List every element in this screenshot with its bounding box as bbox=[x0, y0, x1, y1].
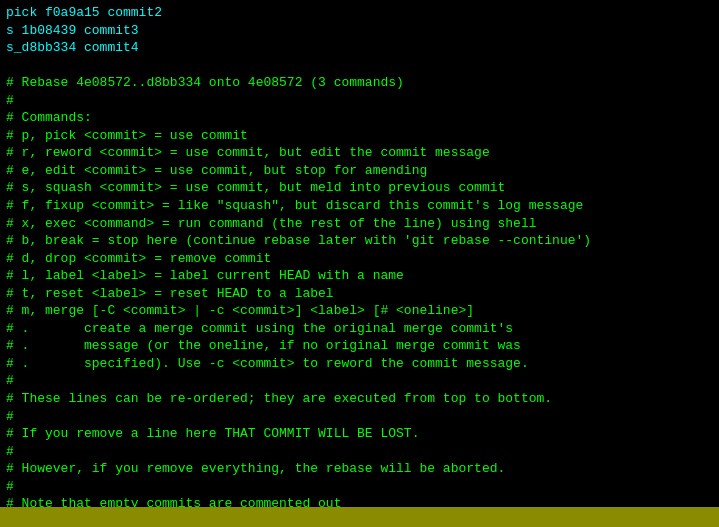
line-21: # . specified). Use -c <commit> to rewor… bbox=[6, 355, 713, 373]
line-19: # . create a merge commit using the orig… bbox=[6, 320, 713, 338]
line-27: # However, if you remove everything, the… bbox=[6, 460, 713, 478]
line-10: # e, edit <commit> = use commit, but sto… bbox=[6, 162, 713, 180]
terminal: pick f0a9a15 commit2 s 1b08439 commit3 s… bbox=[0, 0, 719, 527]
line-12: # f, fixup <commit> = like "squash", but… bbox=[6, 197, 713, 215]
line-3: s_d8bb334 commit4 bbox=[6, 39, 713, 57]
line-7: # Commands: bbox=[6, 109, 713, 127]
line-22: # bbox=[6, 372, 713, 390]
line-28: # bbox=[6, 478, 713, 496]
line-25: # If you remove a line here THAT COMMIT … bbox=[6, 425, 713, 443]
line-9: # r, reword <commit> = use commit, but e… bbox=[6, 144, 713, 162]
line-20: # . message (or the oneline, if no origi… bbox=[6, 337, 713, 355]
line-16: # l, label <label> = label current HEAD … bbox=[6, 267, 713, 285]
status-bar bbox=[0, 507, 719, 527]
line-26: # bbox=[6, 443, 713, 461]
line-14: # b, break = stop here (continue rebase … bbox=[6, 232, 713, 250]
line-11: # s, squash <commit> = use commit, but m… bbox=[6, 179, 713, 197]
line-24: # bbox=[6, 408, 713, 426]
line-17: # t, reset <label> = reset HEAD to a lab… bbox=[6, 285, 713, 303]
line-2: s 1b08439 commit3 bbox=[6, 22, 713, 40]
line-8: # p, pick <commit> = use commit bbox=[6, 127, 713, 145]
line-18: # m, merge [-C <commit> | -c <commit>] <… bbox=[6, 302, 713, 320]
line-1: pick f0a9a15 commit2 bbox=[6, 4, 713, 22]
line-5: # Rebase 4e08572..d8bb334 onto 4e08572 (… bbox=[6, 74, 713, 92]
status-text bbox=[4, 510, 12, 525]
line-13: # x, exec <command> = run command (the r… bbox=[6, 215, 713, 233]
line-4 bbox=[6, 57, 713, 75]
line-6: # bbox=[6, 92, 713, 110]
line-23: # These lines can be re-ordered; they ar… bbox=[6, 390, 713, 408]
line-15: # d, drop <commit> = remove commit bbox=[6, 250, 713, 268]
